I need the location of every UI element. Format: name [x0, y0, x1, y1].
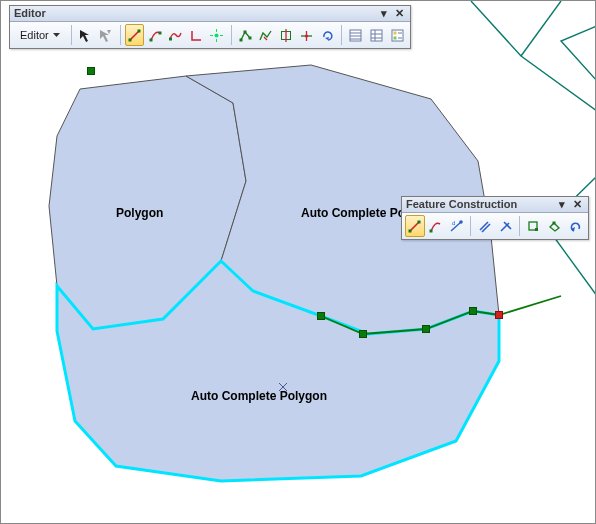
sketch-properties-button[interactable] [367, 24, 387, 46]
trace-tool[interactable] [166, 24, 186, 46]
undo-button[interactable] [565, 215, 585, 237]
close-icon[interactable]: ✕ [392, 8, 406, 20]
fc-toolbar-titlebar[interactable]: Feature Construction ▾ ✕ [402, 197, 588, 213]
constrain-perpendicular[interactable] [496, 215, 516, 237]
close-icon[interactable]: ✕ [570, 199, 584, 211]
svg-rect-29 [393, 36, 396, 39]
svg-line-40 [482, 224, 490, 232]
editor-menu-label: Editor [20, 29, 49, 41]
svg-rect-4 [158, 31, 161, 34]
svg-line-41 [501, 223, 509, 231]
svg-rect-2 [137, 29, 140, 32]
editor-menu[interactable]: Editor [13, 24, 67, 46]
fc-endpoint-arc[interactable] [426, 215, 446, 237]
straight-segment-tool[interactable] [125, 24, 145, 46]
svg-rect-3 [149, 38, 152, 41]
svg-rect-11 [239, 38, 242, 41]
svg-rect-19 [350, 30, 361, 41]
split-tool[interactable] [297, 24, 317, 46]
svg-rect-1 [128, 38, 131, 41]
fc-distance-tool[interactable]: d [446, 215, 466, 237]
sketch-vertex[interactable] [359, 330, 367, 338]
svg-line-0 [130, 31, 139, 40]
svg-line-39 [480, 222, 488, 230]
svg-rect-35 [429, 229, 432, 232]
edit-tool[interactable] [76, 24, 96, 46]
svg-rect-44 [535, 228, 538, 231]
sketch-vertex[interactable] [317, 312, 325, 320]
polygon-label: Polygon [116, 206, 163, 220]
rotate-tool[interactable] [318, 24, 338, 46]
svg-rect-33 [409, 229, 412, 232]
svg-rect-45 [553, 221, 556, 224]
svg-line-42 [504, 222, 511, 229]
toolbar-options-icon[interactable]: ▾ [556, 199, 568, 211]
edit-annotation-tool[interactable] [96, 24, 116, 46]
svg-point-18 [305, 34, 308, 37]
sketch-vertex[interactable] [422, 325, 430, 333]
editor-toolbar[interactable]: Editor ▾ ✕ Editor [9, 5, 411, 49]
reshape-tool[interactable] [256, 24, 276, 46]
attributes-button[interactable] [346, 24, 366, 46]
feature-construction-toolbar[interactable]: Feature Construction ▾ ✕ d [401, 196, 589, 240]
edit-vertices-tool[interactable] [235, 24, 255, 46]
svg-rect-34 [418, 220, 421, 223]
svg-line-36 [451, 222, 461, 231]
auto-complete-lower-label: Auto Complete Polygon [191, 389, 327, 403]
fc-toolbar-title: Feature Construction [406, 197, 556, 212]
constrain-parallel[interactable] [475, 215, 495, 237]
map-canvas[interactable] [1, 1, 596, 524]
sketch-vertex-last[interactable] [495, 311, 503, 319]
editor-toolbar-title: Editor [14, 6, 378, 21]
svg-point-37 [459, 220, 463, 224]
svg-text:d: d [452, 220, 455, 226]
svg-rect-28 [393, 31, 396, 34]
svg-rect-5 [169, 37, 172, 40]
svg-rect-14 [281, 31, 290, 39]
sketch-vertex[interactable] [469, 307, 477, 315]
svg-rect-23 [371, 30, 382, 41]
fc-straight-segment[interactable] [405, 215, 425, 237]
finish-sketch[interactable] [545, 215, 565, 237]
svg-rect-12 [243, 30, 246, 33]
svg-point-6 [215, 33, 219, 37]
toolbar-options-icon[interactable]: ▾ [378, 8, 390, 20]
svg-rect-27 [392, 30, 403, 41]
point-tool[interactable] [207, 24, 227, 46]
svg-rect-13 [248, 36, 251, 39]
svg-line-32 [410, 222, 419, 231]
square-and-finish[interactable] [524, 215, 544, 237]
svg-rect-43 [529, 222, 537, 230]
endpoint-arc-tool[interactable] [145, 24, 165, 46]
stray-vertex [87, 67, 95, 75]
editor-toolbar-titlebar[interactable]: Editor ▾ ✕ [10, 6, 410, 22]
create-features-button[interactable] [387, 24, 407, 46]
right-angle-tool[interactable] [186, 24, 206, 46]
cut-polygons-tool[interactable] [277, 24, 297, 46]
